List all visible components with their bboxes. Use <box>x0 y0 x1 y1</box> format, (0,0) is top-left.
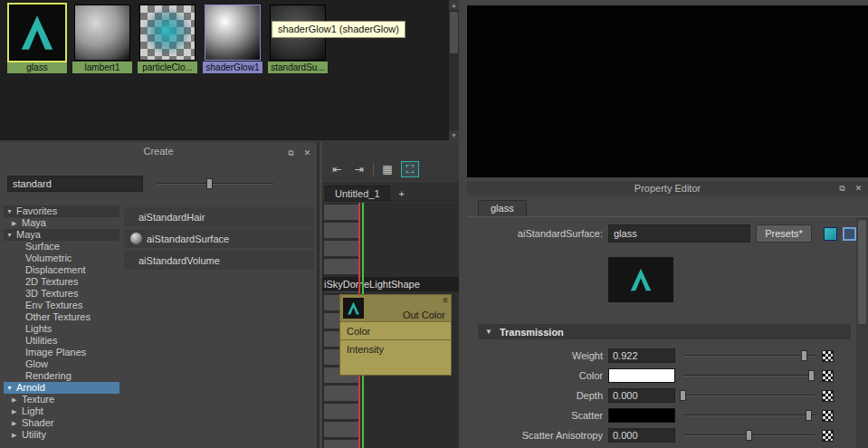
material-thumbnail[interactable] <box>74 5 130 61</box>
bookmark-previous-icon[interactable]: ⇤ <box>328 161 346 177</box>
node-output-label[interactable]: Out Color <box>403 310 445 320</box>
search-input[interactable] <box>7 176 143 192</box>
clipped-node-row[interactable] <box>324 241 360 256</box>
float-panel-icon[interactable]: ⧉ <box>285 148 297 159</box>
node-type-item[interactable]: aiStandardHair <box>124 207 314 226</box>
expand-triangle-icon[interactable]: ▶ <box>12 217 20 229</box>
material-thumbnail[interactable] <box>205 5 261 61</box>
skydome-node-title[interactable]: iSkyDomeLightShape <box>322 277 459 291</box>
expand-triangle-icon[interactable]: ▶ <box>12 394 20 405</box>
icon-size-slider[interactable] <box>157 177 273 190</box>
tree-item[interactable]: Glow <box>4 358 119 370</box>
collapse-triangle-icon[interactable]: ▼ <box>6 382 14 394</box>
texture-map-button[interactable] <box>822 370 834 382</box>
texture-map-button[interactable] <box>822 390 834 402</box>
frame-all-icon[interactable]: ⛶ <box>401 161 419 177</box>
scrollbar-thumb[interactable] <box>858 220 866 324</box>
tree-item[interactable]: Utilities <box>4 335 119 347</box>
clipped-node-row[interactable] <box>324 422 360 437</box>
slider-handle[interactable] <box>746 430 752 441</box>
texture-map-button[interactable] <box>822 410 834 422</box>
close-panel-icon[interactable]: ✕ <box>301 148 313 159</box>
clipped-node-row[interactable] <box>324 205 360 220</box>
material-swatch[interactable]: shaderGlow1 <box>203 5 262 73</box>
attribute-slider[interactable] <box>683 389 816 402</box>
render-viewport[interactable] <box>467 5 868 177</box>
node-type-item[interactable]: aiStandardVolume <box>124 251 314 270</box>
clipped-node-row[interactable] <box>324 386 360 401</box>
bookmark-next-icon[interactable]: ⇥ <box>350 161 368 177</box>
tree-item[interactable]: ▶Utility <box>4 429 119 441</box>
lookdev-icon[interactable] <box>824 227 837 241</box>
collapse-triangle-icon[interactable]: ▼ <box>6 229 14 241</box>
material-swatch[interactable]: lambert1 <box>72 5 132 73</box>
color-swatch-field[interactable] <box>608 368 675 383</box>
transmission-section-header[interactable]: ▼ Transmission <box>478 324 851 339</box>
tree-item[interactable]: Displacement <box>4 264 119 276</box>
tree-header[interactable]: ▼Favorites <box>4 205 119 217</box>
tree-item[interactable]: ▶Light <box>4 405 119 417</box>
tree-item[interactable]: Surface <box>4 241 119 253</box>
attribute-value-field[interactable]: 0.922 <box>608 348 675 363</box>
material-thumbnail[interactable] <box>139 5 196 61</box>
collapse-triangle-icon[interactable]: ▼ <box>6 205 14 217</box>
slider-handle[interactable] <box>808 370 815 381</box>
node-header[interactable]: ≡ Out Color <box>340 295 451 321</box>
node-graph-area[interactable]: iSkyDomeLightShape ≡ Out Color ColorInte… <box>322 203 459 448</box>
attribute-slider[interactable] <box>683 349 816 362</box>
clipped-node-row[interactable] <box>324 259 360 274</box>
scroll-up-icon[interactable]: ▲ <box>449 0 459 10</box>
tree-item[interactable]: Volumetric <box>4 253 119 264</box>
material-name-input[interactable] <box>608 224 750 243</box>
create-bookmark-icon[interactable]: ▦ <box>378 161 396 177</box>
attribute-value-field[interactable]: 0.000 <box>608 428 675 443</box>
aistandardsurface-node[interactable]: ≡ Out Color ColorIntensity <box>339 294 452 376</box>
texture-map-button[interactable] <box>822 350 834 362</box>
tree-item[interactable]: 3D Textures <box>4 288 119 300</box>
clipped-node-row[interactable] <box>324 440 360 448</box>
tree-header[interactable]: ▼Maya <box>4 229 119 241</box>
swatch-scrollbar[interactable]: ▲ ▼ <box>449 0 459 140</box>
material-swatch[interactable]: standardSu... <box>268 5 328 73</box>
tree-item[interactable]: Env Textures <box>4 300 119 311</box>
material-swatch[interactable]: glass <box>7 5 67 73</box>
expand-triangle-icon[interactable]: ▶ <box>12 405 20 417</box>
node-menu-icon[interactable]: ≡ <box>443 295 448 305</box>
close-panel-icon[interactable]: ✕ <box>853 183 864 195</box>
tree-item[interactable]: Rendering <box>4 370 119 382</box>
expand-triangle-icon[interactable]: ▶ <box>12 417 20 429</box>
tree-header[interactable]: ▼Arnold <box>4 382 119 394</box>
slider-handle[interactable] <box>806 410 812 421</box>
expand-triangle-icon[interactable]: ▶ <box>12 429 20 441</box>
attribute-value-field[interactable]: 0.000 <box>608 388 675 403</box>
attribute-slider[interactable] <box>683 429 816 442</box>
clipped-node-row[interactable] <box>324 223 360 238</box>
material-swatch[interactable]: particleClo... <box>138 5 197 73</box>
scrollbar-thumb[interactable] <box>450 12 458 53</box>
tree-item[interactable]: Lights <box>4 323 119 335</box>
tree-item[interactable]: Other Textures <box>4 311 119 323</box>
float-panel-icon[interactable]: ⧉ <box>836 183 848 195</box>
node-attr-row[interactable]: Color <box>340 321 451 339</box>
scroll-down-icon[interactable]: ▼ <box>449 130 459 140</box>
tree-item[interactable]: ▶Shader <box>4 417 119 429</box>
graph-network-icon[interactable] <box>843 227 856 241</box>
attribute-slider[interactable] <box>683 409 816 422</box>
node-type-item[interactable]: aiStandardSurface <box>124 229 314 248</box>
attribute-slider[interactable] <box>683 369 816 382</box>
add-tab-button[interactable]: + <box>393 186 411 201</box>
tree-item[interactable]: 2D Textures <box>4 276 119 288</box>
texture-map-button[interactable] <box>822 430 834 442</box>
presets-button[interactable]: Presets* <box>756 224 812 243</box>
clipped-node-row[interactable] <box>324 404 360 419</box>
property-editor-scrollbar[interactable] <box>856 217 868 448</box>
color-swatch-field[interactable] <box>608 408 675 423</box>
tree-item[interactable]: ▶Maya <box>4 217 119 229</box>
node-attr-row[interactable]: Intensity <box>340 339 451 357</box>
material-thumbnail[interactable] <box>9 5 65 61</box>
graph-tab[interactable]: Untitled_1 <box>325 186 390 201</box>
tree-item[interactable]: ▶Texture <box>4 394 119 405</box>
tree-item[interactable]: Image Planes <box>4 347 119 358</box>
slider-handle[interactable] <box>206 178 213 189</box>
property-editor-tab[interactable]: glass <box>478 200 527 216</box>
